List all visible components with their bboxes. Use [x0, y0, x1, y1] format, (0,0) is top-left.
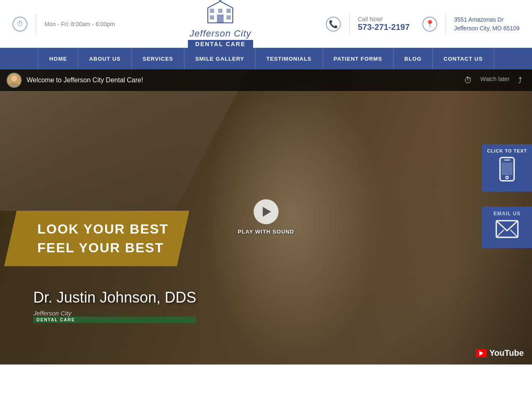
nav-home[interactable]: HOME — [38, 48, 78, 69]
logo-text-bottom: DENTAL CARE — [188, 40, 253, 48]
play-button[interactable] — [254, 200, 278, 224]
phone-info: Call Now! 573-271-2197 — [358, 16, 410, 32]
youtube-watermark: YouTube — [476, 348, 524, 358]
business-hours: Mon - Fri: 8:00am - 6:00pm — [44, 21, 115, 27]
gold-banner: LOOK YOUR BEST FEEL YOUR BEST — [4, 211, 189, 266]
svg-rect-3 — [227, 9, 231, 13]
nav-blog[interactable]: BLOG — [394, 48, 433, 69]
svg-point-9 — [11, 76, 17, 81]
nav-about[interactable]: ABOUT US — [78, 48, 132, 69]
watch-later-icon[interactable]: ⏱ — [464, 76, 472, 85]
svg-rect-4 — [210, 15, 214, 20]
mobile-phone-icon — [497, 157, 517, 186]
svg-point-8 — [219, 0, 222, 1]
youtube-logo-icon — [476, 349, 487, 357]
logo-text-top: Jefferson City — [190, 28, 251, 39]
play-triangle-icon — [263, 207, 271, 217]
call-label: Call Now! — [358, 16, 410, 22]
doctor-logo-bar: DENTAL CARE — [33, 317, 196, 323]
svg-line-17 — [510, 230, 518, 237]
svg-rect-6 — [217, 15, 224, 23]
divider — [36, 14, 36, 34]
email-us-button[interactable]: EMAIL US — [482, 207, 532, 248]
address-info: 3551 Amazonas Dr Jefferson City, MO 6510… — [454, 15, 520, 33]
email-label: EMAIL US — [493, 211, 520, 217]
header-contact-group: 📞 Call Now! 573-271-2197 📍 3551 Amazonas… — [326, 14, 520, 34]
address-line1: 3551 Amazonas Dr — [454, 15, 520, 24]
envelope-icon — [495, 220, 519, 242]
play-sound-label: PLAY WITH SOUND — [238, 229, 294, 235]
header-hours-group: ⏱ Mon - Fri: 8:00am - 6:00pm — [12, 14, 115, 34]
svg-line-16 — [496, 230, 504, 237]
doctor-logo: Jefferson City DENTAL CARE — [33, 310, 196, 323]
doctor-logo-script: Jefferson City — [33, 310, 196, 317]
nav-testimonials[interactable]: TESTIMONIALS — [256, 48, 323, 69]
headline-line1: LOOK YOUR BEST — [37, 220, 168, 239]
map-pin-icon: 📍 — [422, 17, 437, 32]
phone-icon: 📞 — [326, 17, 341, 32]
nav-gallery[interactable]: SMILE GALLERY — [185, 48, 256, 69]
doctor-name-overlay: Dr. Justin Johnson, DDS Jefferson City D… — [33, 289, 196, 323]
nav-services[interactable]: SERVICES — [132, 48, 185, 69]
video-title: Welcome to Jefferson City Dental Care! — [27, 76, 459, 84]
phone-group: 📞 Call Now! 573-271-2197 — [326, 14, 410, 34]
video-section: Welcome to Jefferson City Dental Care! ⏱… — [0, 69, 532, 365]
video-text-overlay: LOOK YOUR BEST FEEL YOUR BEST — [0, 211, 262, 266]
svg-rect-14 — [502, 163, 512, 175]
yt-top-icons: ⏱ Watch later ⤴ — [464, 76, 522, 85]
youtube-top-bar: Welcome to Jefferson City Dental Care! ⏱… — [0, 69, 532, 91]
click-to-text-label: CLICK TO TEXT — [487, 148, 527, 153]
play-button-area[interactable]: PLAY WITH SOUND — [238, 200, 294, 235]
site-header: ⏱ Mon - Fri: 8:00am - 6:00pm Jefferson C… — [0, 0, 532, 48]
phone-number[interactable]: 573-271-2197 — [358, 22, 410, 32]
click-to-text-button[interactable]: CLICK TO TEXT — [482, 144, 532, 192]
headline-line2: FEEL YOUR BEST — [37, 239, 168, 257]
divider — [446, 14, 446, 34]
share-icon[interactable]: ⤴ — [518, 76, 522, 85]
divider — [349, 14, 350, 34]
nav-contact[interactable]: CONTACT US — [433, 48, 494, 69]
youtube-logo-text: YouTube — [489, 348, 524, 358]
main-nav: HOME ABOUT US SERVICES SMILE GALLERY TES… — [0, 48, 532, 69]
channel-avatar — [7, 73, 22, 88]
svg-rect-1 — [210, 9, 214, 13]
svg-rect-2 — [218, 9, 222, 13]
watch-later-label: Watch later — [480, 76, 510, 85]
nav-forms[interactable]: PATIENT FORMS — [323, 48, 394, 69]
logo-building-icon — [206, 0, 235, 28]
svg-point-13 — [506, 176, 508, 179]
clock-icon: ⏱ — [12, 17, 27, 32]
site-logo[interactable]: Jefferson City DENTAL CARE — [188, 0, 253, 48]
address-group: 📍 3551 Amazonas Dr Jefferson City, MO 65… — [422, 14, 520, 34]
address-line2: Jefferson City, MO 65109 — [454, 24, 520, 33]
svg-rect-5 — [227, 15, 231, 20]
svg-point-10 — [9, 83, 19, 87]
doctor-name: Dr. Justin Johnson, DDS — [33, 289, 196, 306]
